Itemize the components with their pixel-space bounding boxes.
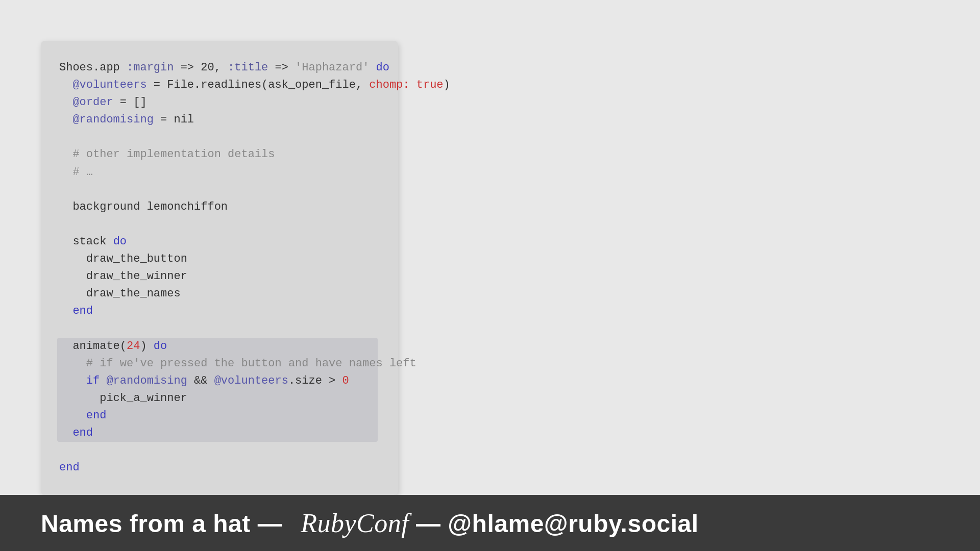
footer-bar: Names from a hat —RubyConf — @hlame@ruby… [0,495,980,551]
code-line-2: @volunteers = File.readlines(ask_open_fi… [59,79,450,91]
code-line-22: end [59,427,93,439]
code-line-17: animate(24) do [59,340,167,353]
highlighted-block: animate(24) do # if we've pressed the bu… [57,338,378,442]
code-line-18: # if we've pressed the button and have n… [59,357,416,370]
code-line-11: stack do [59,235,127,248]
code-line-16 [59,322,66,335]
footer-text: Names from a hat —RubyConf — @hlame@ruby… [41,508,699,538]
code-line-8 [59,183,66,196]
code-line-20: pick_a_winner [59,392,187,405]
footer-dash-2 [409,510,416,537]
code-line-1: Shoes.app :margin => 20, :title => 'Haph… [59,61,389,74]
code-line-14: draw_the_names [59,287,181,300]
code-line-3: @order = [] [59,96,147,109]
code-card: Shoes.app :margin => 20, :title => 'Haph… [41,41,398,495]
code-line-5 [59,131,66,143]
code-line-13: draw_the_winner [59,270,187,283]
code-line-23: end [59,461,80,474]
code-line-9: background lemonchiffon [59,201,228,213]
code-line-21: end [59,409,106,422]
code-line-7: # … [59,166,93,179]
footer-names-text: Names from a hat — [41,510,282,537]
code-line-10 [59,218,66,231]
code-line-19: if @randomising && @volunteers.size > 0 [59,374,349,387]
code-block: Shoes.app :margin => 20, :title => 'Haph… [59,59,378,477]
code-line-12: draw_the_button [59,253,187,265]
code-line-15: end [59,305,93,317]
code-line-6: # other implementation details [59,148,275,161]
footer-rubyconf: RubyConf [301,509,409,538]
code-line-4: @randomising = nil [59,113,194,126]
footer-social-text: — @hlame@ruby.social [416,510,699,537]
main-content: Shoes.app :margin => 20, :title => 'Haph… [0,0,980,495]
